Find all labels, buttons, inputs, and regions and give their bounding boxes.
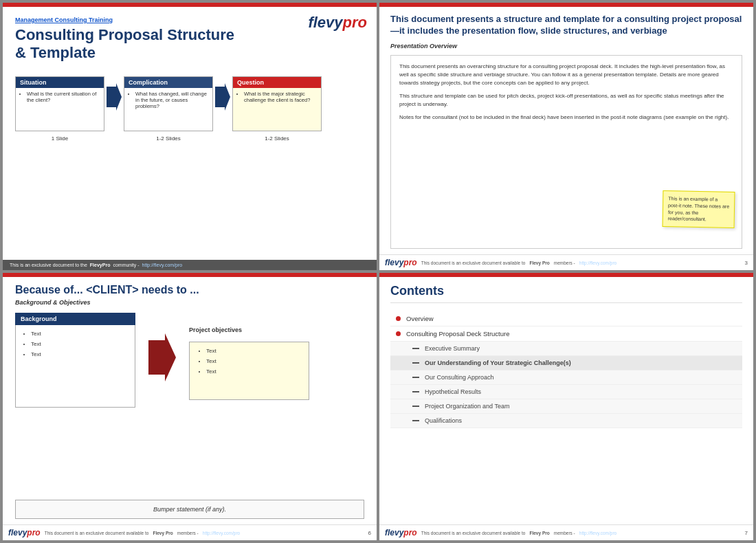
dash-team xyxy=(412,406,419,407)
slide1-footer: This is an exclusive document to the Fle… xyxy=(3,260,377,270)
bg-item-3: Text xyxy=(31,351,128,357)
footer-text-4: This document is an exclusive document a… xyxy=(421,531,526,535)
footer-text-3: This document is an exclusive document a… xyxy=(45,531,149,535)
slide-4: Contents Overview Consulting Proposal De… xyxy=(379,273,753,540)
proj-item-3: Text xyxy=(206,368,300,375)
question-bullet: What is the major strategic challenge th… xyxy=(244,91,317,103)
slide4-page: 7 xyxy=(745,530,748,536)
slide2-footer: flevypro This document is an exclusive d… xyxy=(379,254,753,270)
slide3-arrow xyxy=(145,333,179,381)
dash-exec xyxy=(412,348,419,349)
slide1-logo: flevypro xyxy=(308,14,367,32)
logo-pro-4: pro xyxy=(403,528,416,538)
situation-count: 1 Slide xyxy=(15,135,104,142)
question-count: 1-2 Slides xyxy=(232,135,322,142)
slide2-para3: Notes for the consultant (not to be incl… xyxy=(399,113,733,122)
situation-bullet: What is the current situation of the cli… xyxy=(27,91,100,103)
slide-2: This document presents a structure and t… xyxy=(379,3,753,270)
logo-flevy-3: flevy xyxy=(8,528,27,538)
slide3-footer: flevypro This document is an exclusive d… xyxy=(3,524,377,540)
proj-obj-box: Text Text Text xyxy=(189,342,309,400)
question-body: What is the major strategic challenge th… xyxy=(233,88,321,131)
proj-item-1: Text xyxy=(206,348,300,354)
slide-3: Because of... <CLIENT> needs to ... Back… xyxy=(3,273,377,540)
slide2-postit: This is an example of a post-it note. Th… xyxy=(663,190,735,228)
slide2-desc-box: This document presents an overarching st… xyxy=(390,55,742,249)
slide4-main-title: Contents xyxy=(390,284,742,303)
situation-box: Situation What is the current situation … xyxy=(15,76,104,131)
slide2-page: 3 xyxy=(745,260,748,266)
background-box: Background Text Text Text xyxy=(15,313,135,409)
footer-link[interactable]: http://flevy.com/pro xyxy=(142,263,183,267)
footer-brand: FlevyPro xyxy=(90,263,111,267)
footer-text: This is an exclusive document to the xyxy=(10,263,87,267)
complication-box: Complication What has changed, will chan… xyxy=(124,76,213,131)
slide1-content: flevypro Management Consulting Training … xyxy=(3,7,377,260)
proj-item-2: Text xyxy=(206,358,300,364)
footer-link-2[interactable]: http://flevy.com/pro xyxy=(579,261,616,265)
bumper-statement: Bumper statement (if any). xyxy=(15,500,364,519)
logo-pro-3: pro xyxy=(27,528,40,538)
bg-item-1: Text xyxy=(31,331,128,337)
slide2-footer-logo: flevypro xyxy=(385,258,417,267)
footer-brand-3: Flevy Pro xyxy=(153,531,173,535)
slide3-content: Because of... <CLIENT> needs to ... Back… xyxy=(3,277,377,524)
footer-brand-2: Flevy Pro xyxy=(529,261,549,265)
contents-label-understanding: Our Understanding of Your Strategic Chal… xyxy=(425,359,571,366)
footer-members-2: members - xyxy=(554,261,575,265)
slide4-footer-logo: flevypro xyxy=(385,528,417,538)
complication-bullet: What has changed, will change in the fut… xyxy=(135,91,208,109)
arrow-2 xyxy=(213,83,232,111)
contents-item-team: Project Organization and Team xyxy=(390,399,742,414)
footer-members-3: members - xyxy=(177,531,199,535)
logo-flevy-4: flevy xyxy=(385,528,403,538)
contents-item-exec: Executive Summary xyxy=(390,342,742,356)
slide2-para2: This structure and template can be used … xyxy=(399,92,733,109)
logo-flevy: flevy xyxy=(308,14,342,31)
contents-item-understanding: Our Understanding of Your Strategic Chal… xyxy=(390,356,742,370)
slide4-content: Contents Overview Consulting Proposal De… xyxy=(379,277,753,524)
contents-item-consulting: Consulting Proposal Deck Structure xyxy=(390,326,742,342)
bullet-overview xyxy=(396,316,401,321)
slide-1: flevypro Management Consulting Training … xyxy=(3,3,377,270)
background-header: Background xyxy=(15,313,135,325)
contents-label-exec: Executive Summary xyxy=(425,345,480,352)
dash-understanding xyxy=(412,362,419,364)
slide4-footer: flevypro This document is an exclusive d… xyxy=(379,524,753,540)
slide2-main-title: This document presents a structure and t… xyxy=(390,14,742,37)
situation-body: What is the current situation of the cli… xyxy=(16,88,104,131)
slide2-content: This document presents a structure and t… xyxy=(379,7,753,254)
proj-obj-label: Project objectives xyxy=(189,326,364,333)
complication-body: What has changed, will change in the fut… xyxy=(124,88,212,131)
dash-approach xyxy=(412,377,419,378)
question-box: Question What is the major strategic cha… xyxy=(232,76,322,131)
dash-results xyxy=(412,391,419,392)
contents-item-approach: Our Consulting Approach xyxy=(390,370,742,385)
logo-pro-2: pro xyxy=(403,258,416,267)
complication-header: Complication xyxy=(124,77,212,88)
footer-link-4[interactable]: http://flevy.com/pro xyxy=(579,531,616,535)
footer-text-2: This document is an exclusive document a… xyxy=(421,261,526,265)
slide-count-row: 1 Slide 1-2 Slides 1-2 Slides xyxy=(15,135,364,142)
contents-label-overview: Overview xyxy=(406,315,434,322)
logo-pro: pro xyxy=(343,14,367,31)
question-header: Question xyxy=(233,77,321,88)
footer-members-4: members - xyxy=(554,531,575,535)
footer-community: community - xyxy=(113,263,139,267)
svg-marker-1 xyxy=(215,83,230,111)
complication-count: 1-2 Slides xyxy=(124,135,213,142)
contents-item-results: Hypothetical Results xyxy=(390,385,742,399)
slide2-section-label: Presentation Overview xyxy=(390,43,742,49)
footer-brand-4: Flevy Pro xyxy=(529,531,549,535)
svg-marker-2 xyxy=(148,333,176,381)
contents-item-overview: Overview xyxy=(390,311,742,326)
svg-marker-0 xyxy=(107,83,122,111)
bg-item-2: Text xyxy=(31,341,128,347)
slide1-main-title: Consulting Proposal Structure & Template xyxy=(15,26,249,63)
contents-list: Overview Consulting Proposal Deck Struct… xyxy=(390,311,742,519)
situation-row: Situation What is the current situation … xyxy=(15,76,364,131)
contents-item-qualifications: Qualifications xyxy=(390,414,742,428)
contents-label-qualifications: Qualifications xyxy=(425,417,462,424)
slide3-footer-logo: flevypro xyxy=(8,528,41,538)
footer-link-3[interactable]: http://flevy.com/pro xyxy=(203,531,240,535)
